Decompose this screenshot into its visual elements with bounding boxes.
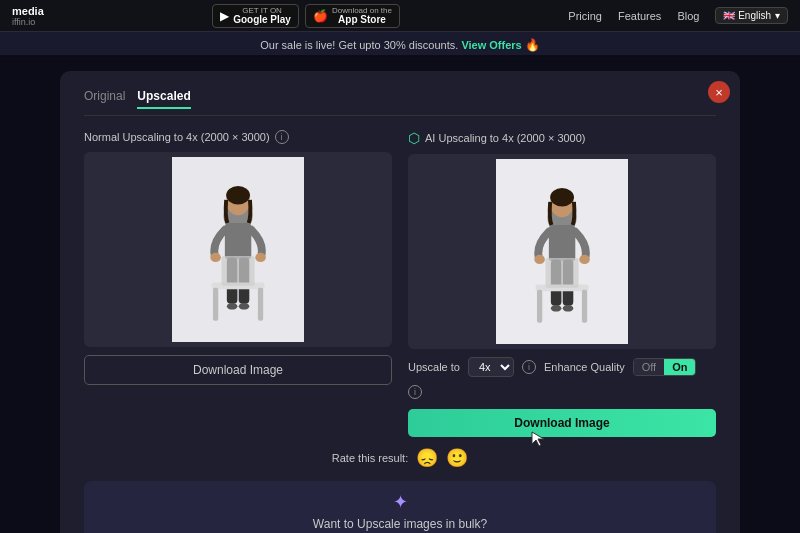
svg-point-14	[239, 303, 250, 310]
svg-point-3	[226, 186, 250, 204]
normal-download-button[interactable]: Download Image	[84, 355, 392, 385]
modal-overlay: × Original Upscaled Normal Upscaling to …	[0, 55, 800, 533]
bulk-sparkle-icon: ✦	[393, 491, 408, 513]
upscale-select[interactable]: 4x 2x 8x	[468, 357, 514, 377]
features-link[interactable]: Features	[618, 10, 661, 22]
nav-logo-area: media iffin.io	[12, 5, 44, 27]
bulk-banner: ✦ Want to Upscale images in bulk? Get Ea…	[84, 481, 716, 533]
svg-rect-12	[258, 288, 263, 321]
logo: media iffin.io	[12, 5, 44, 27]
svg-rect-25	[545, 258, 578, 288]
nav-links: Pricing Features Blog 🇬🇧 English ▾	[568, 7, 788, 24]
svg-rect-19	[549, 225, 575, 261]
svg-point-6	[255, 253, 266, 262]
upscale-info-icon[interactable]: i	[522, 360, 536, 374]
chevron-down-icon: ▾	[775, 10, 780, 21]
language-selector[interactable]: 🇬🇧 English ▾	[715, 7, 788, 24]
normal-person-svg	[172, 157, 304, 342]
close-button[interactable]: ×	[708, 81, 730, 103]
tab-upscaled[interactable]: Upscaled	[137, 89, 190, 109]
pricing-link[interactable]: Pricing	[568, 10, 602, 22]
svg-point-29	[563, 305, 574, 312]
svg-rect-4	[225, 223, 251, 259]
ai-panel: ⬡ AI Upscaling to 4x (2000 × 3000)	[408, 130, 716, 437]
google-play-button[interactable]: ▶ GET IT ON Google Play	[212, 4, 299, 28]
sad-rating[interactable]: 😞	[416, 447, 438, 469]
svg-point-20	[534, 255, 545, 264]
view-offers-link[interactable]: View Offers	[461, 39, 521, 51]
ai-download-button[interactable]: Download Image	[408, 409, 716, 437]
top-nav: media iffin.io ▶ GET IT ON Google Play 🍎…	[0, 0, 800, 32]
ai-icon: ⬡	[408, 130, 420, 146]
svg-rect-10	[221, 256, 254, 286]
tabs: Original Upscaled	[84, 89, 716, 116]
svg-point-5	[210, 253, 221, 262]
fire-emoji: 🔥	[525, 38, 540, 52]
svg-point-18	[550, 188, 574, 206]
apple-icon: 🍎	[313, 9, 328, 23]
store-buttons: ▶ GET IT ON Google Play 🍎 Download on th…	[212, 4, 400, 28]
svg-rect-26	[537, 290, 542, 323]
upscale-modal: × Original Upscaled Normal Upscaling to …	[60, 71, 740, 533]
ai-person-svg	[496, 159, 628, 344]
happy-rating[interactable]: 🙂	[446, 447, 468, 469]
blog-link[interactable]: Blog	[677, 10, 699, 22]
enhance-info-icon[interactable]: i	[408, 385, 422, 399]
normal-panel-title: Normal Upscaling to 4x (2000 × 3000) i	[84, 130, 392, 144]
normal-info-icon[interactable]: i	[275, 130, 289, 144]
tab-original[interactable]: Original	[84, 89, 125, 109]
upscale-controls: Upscale to 4x 2x 8x i Enhance Quality Of…	[408, 357, 716, 399]
ai-image	[408, 154, 716, 349]
toggle-on-button[interactable]: On	[664, 359, 695, 375]
enhance-toggle: Off On	[633, 358, 697, 376]
ai-panel-title: ⬡ AI Upscaling to 4x (2000 × 3000)	[408, 130, 716, 146]
rating-row: Rate this result: 😞 🙂	[84, 447, 716, 469]
normal-panel: Normal Upscaling to 4x (2000 × 3000) i	[84, 130, 392, 437]
svg-point-13	[227, 303, 238, 310]
svg-rect-27	[582, 290, 587, 323]
google-play-icon: ▶	[220, 9, 229, 23]
app-store-button[interactable]: 🍎 Download on the App Store	[305, 4, 400, 28]
comparison-panels: Normal Upscaling to 4x (2000 × 3000) i	[84, 130, 716, 437]
svg-point-28	[551, 305, 562, 312]
svg-rect-11	[213, 288, 218, 321]
normal-image	[84, 152, 392, 347]
toggle-off-button[interactable]: Off	[634, 359, 664, 375]
svg-point-21	[579, 255, 590, 264]
